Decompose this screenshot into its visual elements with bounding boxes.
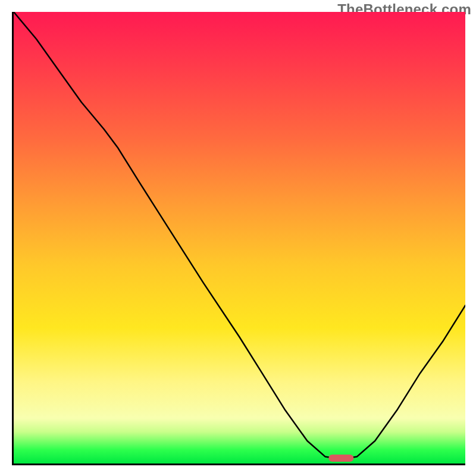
bottleneck-curve-path: [14, 12, 465, 458]
line-curve: [14, 12, 465, 464]
plot-area: [12, 12, 465, 465]
bottleneck-chart: TheBottleneck.com: [0, 0, 476, 476]
optimal-marker: [328, 455, 353, 462]
